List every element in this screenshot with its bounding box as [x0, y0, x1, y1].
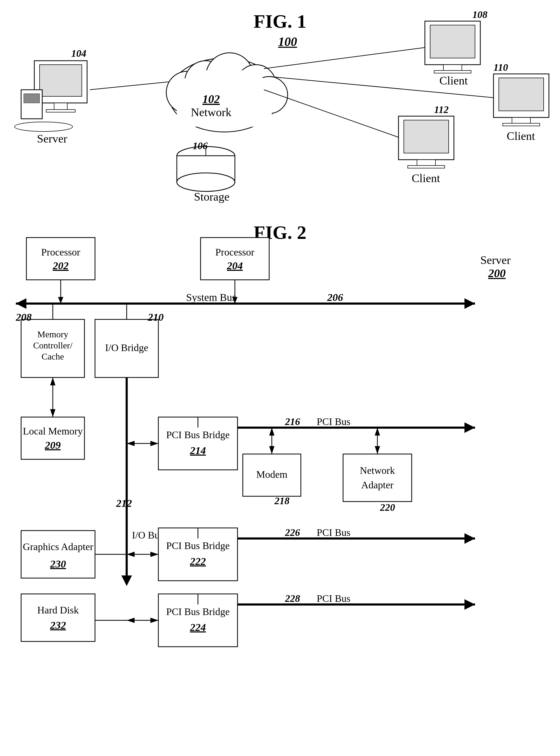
svg-text:206: 206	[327, 292, 343, 303]
svg-marker-90	[464, 422, 475, 433]
svg-rect-20	[177, 156, 235, 182]
svg-marker-122	[127, 618, 135, 623]
svg-rect-15	[24, 94, 40, 103]
svg-point-3	[206, 53, 253, 100]
svg-text:Client: Client	[439, 74, 468, 87]
svg-point-1	[166, 71, 208, 114]
svg-text:104: 104	[71, 48, 86, 59]
svg-rect-28	[434, 71, 471, 73]
svg-text:204: 204	[227, 260, 243, 272]
svg-marker-78	[50, 409, 55, 417]
svg-text:226: 226	[285, 527, 300, 538]
svg-point-16	[15, 122, 73, 132]
svg-rect-107	[158, 528, 238, 581]
svg-text:PCI Bus Bridge: PCI Bus Bridge	[166, 606, 230, 617]
svg-marker-55	[16, 298, 26, 309]
svg-text:Network: Network	[360, 465, 395, 476]
server200-num: 200	[488, 266, 506, 280]
svg-rect-48	[26, 238, 95, 280]
svg-point-0	[169, 58, 280, 132]
svg-text:212: 212	[116, 497, 132, 509]
svg-text:224: 224	[190, 621, 206, 633]
svg-text:110: 110	[494, 62, 508, 73]
svg-rect-34	[503, 123, 540, 126]
svg-text:209: 209	[45, 439, 61, 451]
svg-rect-10	[34, 61, 87, 103]
svg-rect-32	[499, 78, 544, 111]
svg-text:Hard Disk: Hard Disk	[37, 604, 79, 616]
svg-marker-112	[151, 552, 158, 557]
svg-rect-129	[21, 531, 95, 578]
svg-text:Modem: Modem	[256, 469, 287, 480]
svg-marker-87	[127, 441, 135, 446]
svg-point-6	[172, 68, 277, 127]
svg-text:Adapter: Adapter	[361, 479, 394, 491]
svg-rect-27	[443, 65, 462, 71]
svg-rect-118	[158, 594, 238, 647]
svg-rect-11	[40, 65, 82, 96]
svg-text:Memory: Memory	[37, 330, 68, 339]
svg-rect-63	[21, 319, 84, 377]
svg-line-47	[264, 90, 399, 137]
svg-rect-39	[417, 160, 436, 165]
svg-rect-73	[21, 417, 84, 459]
svg-marker-62	[232, 297, 238, 303]
svg-text:Client: Client	[507, 130, 535, 142]
svg-text:PCI Bus Bridge: PCI Bus Bridge	[166, 429, 230, 440]
svg-text:112: 112	[434, 104, 448, 115]
svg-text:202: 202	[53, 260, 68, 272]
svg-text:214: 214	[190, 444, 206, 456]
svg-text:208: 208	[16, 311, 32, 323]
svg-marker-103	[269, 446, 275, 454]
svg-marker-102	[269, 427, 275, 436]
svg-rect-33	[512, 117, 531, 123]
svg-text:Client: Client	[412, 172, 440, 185]
fig1-title: FIG. 1	[254, 11, 306, 33]
svg-marker-56	[464, 298, 475, 309]
svg-text:Graphics Adapter: Graphics Adapter	[23, 541, 94, 552]
svg-text:102: 102	[202, 93, 220, 105]
svg-rect-26	[430, 25, 475, 58]
svg-marker-114	[464, 533, 475, 544]
svg-rect-12	[54, 103, 67, 110]
svg-rect-14	[21, 90, 42, 119]
svg-line-46	[269, 77, 494, 98]
svg-rect-25	[425, 21, 480, 65]
svg-rect-40	[408, 165, 445, 168]
svg-rect-51	[201, 238, 269, 280]
svg-point-5	[251, 77, 288, 114]
svg-text:Network: Network	[191, 106, 232, 119]
svg-text:210: 210	[147, 311, 164, 323]
svg-text:108: 108	[473, 9, 487, 20]
svg-rect-31	[494, 74, 549, 117]
svg-text:I/O Bus: I/O Bus	[132, 530, 163, 541]
fig2-diagram: Processor 202 Processor 204 System Bus 2…	[0, 216, 560, 756]
svg-rect-37	[399, 116, 454, 160]
svg-text:228: 228	[285, 593, 300, 604]
svg-point-2	[185, 61, 227, 103]
svg-marker-77	[50, 377, 55, 385]
svg-text:Controller/: Controller/	[33, 340, 73, 350]
svg-text:232: 232	[50, 619, 66, 631]
svg-rect-134	[21, 594, 95, 641]
svg-text:Processor: Processor	[215, 246, 254, 258]
svg-text:218: 218	[274, 495, 289, 506]
svg-marker-82	[121, 575, 132, 586]
svg-text:Server: Server	[37, 132, 67, 145]
svg-rect-94	[243, 454, 301, 496]
svg-text:Local Memory: Local Memory	[23, 425, 83, 437]
svg-marker-125	[464, 599, 475, 610]
svg-line-43	[90, 82, 169, 90]
fig1-ref: 100	[278, 34, 297, 49]
svg-marker-123	[151, 618, 158, 623]
svg-rect-7	[177, 95, 272, 127]
svg-text:PCI Bus: PCI Bus	[317, 416, 351, 427]
svg-marker-60	[58, 297, 63, 303]
svg-rect-83	[158, 417, 238, 470]
svg-text:I/O Bridge: I/O Bridge	[105, 342, 148, 353]
svg-text:PCI Bus Bridge: PCI Bus Bridge	[166, 540, 230, 551]
svg-marker-88	[151, 441, 158, 446]
svg-point-19	[177, 146, 235, 165]
svg-line-45	[264, 47, 425, 68]
fig2-title: FIG. 2	[254, 222, 306, 244]
